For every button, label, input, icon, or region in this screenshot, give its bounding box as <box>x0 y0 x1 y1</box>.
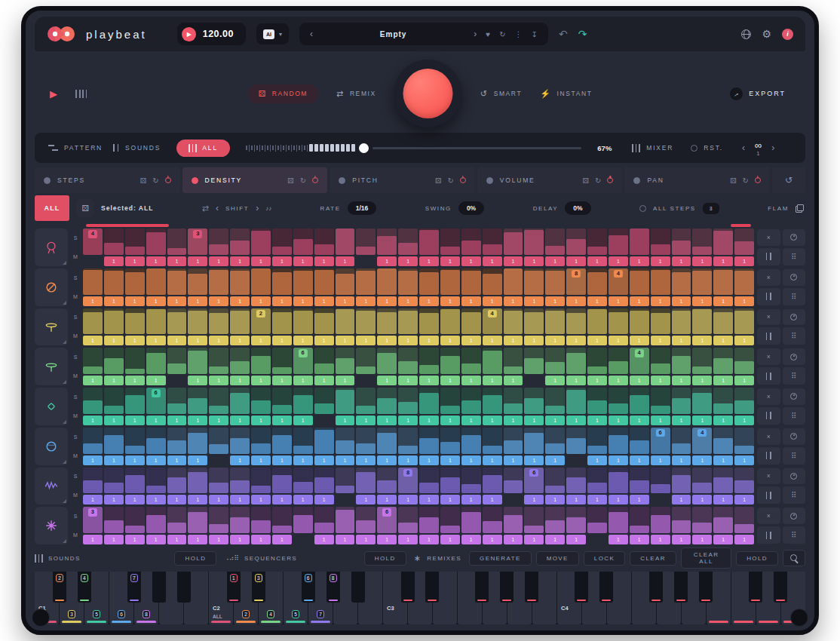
black-key[interactable] <box>500 572 514 603</box>
density-step[interactable] <box>734 507 754 533</box>
step-cell[interactable]: 1 <box>440 416 460 425</box>
density-step[interactable] <box>566 388 586 414</box>
drag-handle-icon[interactable]: ⠿ <box>783 486 806 504</box>
all-tracks-button[interactable]: ALL <box>176 140 230 157</box>
step-cell[interactable]: 1 <box>504 455 523 465</box>
step-cell[interactable]: 1 <box>83 376 103 385</box>
density-step[interactable] <box>188 468 207 494</box>
step-cell[interactable]: 1 <box>440 336 460 345</box>
density-step[interactable] <box>587 228 607 255</box>
step-cell[interactable]: 1 <box>419 495 439 505</box>
black-key[interactable] <box>674 572 688 603</box>
all-tracks-tab[interactable]: ALL <box>35 195 69 221</box>
step-cell[interactable]: 1 <box>461 535 481 544</box>
step-cell[interactable]: 1 <box>713 495 733 505</box>
density-step[interactable] <box>314 228 334 255</box>
step-cell[interactable]: 1 <box>524 495 544 505</box>
step-cell[interactable]: 1 <box>630 296 649 306</box>
clear-track-icon[interactable]: × <box>757 229 780 246</box>
knob-icon[interactable] <box>783 508 806 524</box>
density-step[interactable] <box>630 507 649 533</box>
dice-icon[interactable]: ⚄ <box>140 176 147 185</box>
step-cell[interactable]: 1 <box>125 455 145 465</box>
step-cell[interactable]: 1 <box>314 535 334 544</box>
density-step[interactable] <box>146 507 166 533</box>
step-cell[interactable]: 1 <box>524 455 544 465</box>
download-icon[interactable]: ↧ <box>532 30 538 38</box>
density-step[interactable] <box>336 428 355 454</box>
sliders-icon[interactable] <box>757 486 780 504</box>
move-button[interactable]: MOVE <box>536 551 579 566</box>
density-step[interactable] <box>293 468 313 494</box>
step-cell[interactable]: 1 <box>272 296 292 306</box>
density-step[interactable] <box>104 268 124 295</box>
density-step[interactable] <box>104 428 124 454</box>
step-cell[interactable]: 1 <box>651 416 670 425</box>
density-step[interactable] <box>713 468 733 494</box>
step-cell[interactable]: 1 <box>167 455 187 465</box>
step-cell[interactable]: 1 <box>104 455 124 465</box>
density-step[interactable] <box>504 468 523 494</box>
step-cell[interactable]: 1 <box>104 416 124 425</box>
step-cell[interactable]: 1 <box>188 376 207 385</box>
step-cell[interactable]: 1 <box>314 336 334 345</box>
density-step[interactable] <box>167 348 187 374</box>
knob-icon[interactable] <box>783 348 806 365</box>
step-cell[interactable] <box>356 256 376 266</box>
clear-button[interactable]: CLEAR <box>630 551 676 566</box>
density-step[interactable] <box>230 428 250 454</box>
density-step[interactable] <box>651 308 670 335</box>
step-cell[interactable]: 1 <box>272 336 292 345</box>
notes-icon[interactable]: ♪♪ <box>265 205 271 212</box>
tab-radio-icon[interactable] <box>486 177 493 184</box>
density-step[interactable] <box>272 507 292 533</box>
density-step[interactable] <box>398 507 418 533</box>
density-step[interactable] <box>377 308 397 335</box>
density-step[interactable] <box>83 468 103 494</box>
density-step[interactable] <box>146 468 166 494</box>
sliders-icon[interactable] <box>757 248 780 265</box>
density-step[interactable] <box>377 268 397 295</box>
density-step[interactable] <box>146 228 166 255</box>
density-step[interactable] <box>734 268 754 295</box>
clear-track-icon[interactable]: × <box>757 508 780 524</box>
density-step[interactable] <box>587 388 607 414</box>
density-step[interactable] <box>251 428 271 454</box>
density-step[interactable] <box>251 228 271 255</box>
step-cell[interactable]: 1 <box>398 455 418 465</box>
step-cell[interactable]: 1 <box>251 296 271 306</box>
bottom-right-corner-button[interactable] <box>790 609 808 627</box>
step-cell[interactable]: 1 <box>293 376 313 385</box>
step-cell[interactable]: 1 <box>188 416 207 425</box>
step-cell[interactable]: 1 <box>251 336 271 345</box>
density-step[interactable] <box>209 228 228 255</box>
step-cell[interactable] <box>651 495 670 505</box>
density-step[interactable] <box>167 507 187 533</box>
step-cell[interactable]: 1 <box>504 416 523 425</box>
step-cell[interactable]: 1 <box>125 535 145 544</box>
step-cell[interactable]: 1 <box>251 416 271 425</box>
density-step[interactable] <box>419 228 439 255</box>
density-step[interactable] <box>314 388 334 414</box>
density-step[interactable] <box>672 468 691 494</box>
step-cell[interactable]: 1 <box>461 416 481 425</box>
density-step[interactable] <box>587 348 607 374</box>
clear-track-icon[interactable]: × <box>757 309 780 326</box>
step-cell[interactable]: 1 <box>336 416 355 425</box>
density-step[interactable]: 3 <box>83 507 103 533</box>
density-step[interactable] <box>630 228 649 255</box>
step-cell[interactable]: 1 <box>125 495 145 505</box>
density-step[interactable] <box>545 388 565 414</box>
step-cell[interactable]: 1 <box>609 495 628 505</box>
black-key[interactable]: 8 <box>326 572 340 603</box>
density-step[interactable] <box>398 388 418 414</box>
power-icon[interactable] <box>460 177 466 183</box>
remixes-hold-button[interactable]: HOLD <box>736 551 778 566</box>
sequencers-hold-button[interactable]: HOLD <box>364 551 406 566</box>
generate-button[interactable]: GENERATE <box>469 551 532 566</box>
sounds-view-button[interactable]: SOUNDS <box>112 144 161 152</box>
density-step[interactable] <box>314 507 334 533</box>
step-cell[interactable]: 1 <box>188 256 207 266</box>
density-step[interactable] <box>440 268 460 295</box>
density-step[interactable] <box>209 507 228 533</box>
